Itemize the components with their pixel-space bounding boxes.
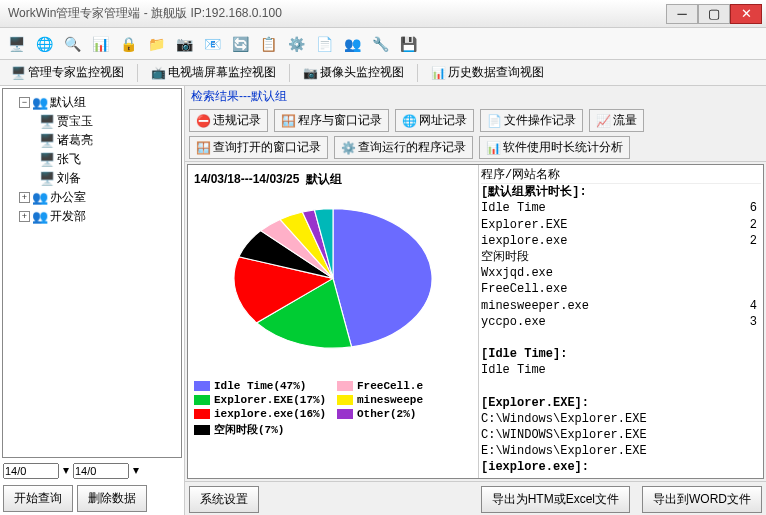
legend-item: Explorer.EXE(17%): [194, 394, 329, 406]
legend-item: [337, 422, 472, 437]
list-item[interactable]: yccpo.exe3: [481, 314, 761, 330]
search-result-label: 检索结果---默认组: [185, 86, 766, 107]
tree-node-default-group[interactable]: −👥默认组: [5, 93, 179, 112]
dropdown-icon[interactable]: ▾: [63, 463, 69, 479]
tb-icon-6[interactable]: 📁: [144, 32, 168, 56]
tb-icon-4[interactable]: 📊: [88, 32, 112, 56]
camera-icon: 📷: [303, 66, 317, 80]
list-item[interactable]: 空闲时段: [481, 249, 761, 265]
viewtab-camera[interactable]: 📷摄像头监控视图: [296, 61, 411, 84]
tb-icon-14[interactable]: 🔧: [368, 32, 392, 56]
tab-violation[interactable]: ⛔违规记录: [189, 109, 268, 132]
subtab-usage[interactable]: 📊软件使用时长统计分析: [479, 136, 630, 159]
list-group-header: [Explorer.EXE]:: [481, 395, 761, 411]
chart-icon: 📊: [486, 141, 500, 155]
subtab-runprog[interactable]: ⚙️查询运行的程序记录: [334, 136, 473, 159]
maximize-button[interactable]: ▢: [698, 4, 730, 24]
tree-node-user-3[interactable]: 🖥️刘备: [5, 169, 179, 188]
list-item[interactable]: FreeCell.exe: [481, 281, 761, 297]
legend-item: Idle Time(47%): [194, 380, 329, 392]
tab-program[interactable]: 🪟程序与窗口记录: [274, 109, 389, 132]
chart-header: 14/03/18---14/03/25 默认组: [192, 169, 474, 190]
list-item[interactable]: Explorer.EXE2: [481, 217, 761, 233]
tb-icon-2[interactable]: 🌐: [32, 32, 56, 56]
list-item[interactable]: E:\Windows\Explorer.EXE: [481, 443, 761, 459]
tb-icon-7[interactable]: 📷: [172, 32, 196, 56]
dropdown-icon[interactable]: ▾: [133, 463, 139, 479]
list-item[interactable]: C:\Windows\Explorer.EXE: [481, 411, 761, 427]
date-from-input[interactable]: [3, 463, 59, 479]
window-title: WorkWin管理专家管理端 - 旗舰版 IP:192.168.0.100: [4, 5, 666, 22]
tb-icon-12[interactable]: 📄: [312, 32, 336, 56]
legend-item: minesweepe: [337, 394, 472, 406]
bottom-buttons: 系统设置 导出为HTM或Excel文件 导出到WORD文件: [185, 481, 766, 515]
export-htm-button[interactable]: 导出为HTM或Excel文件: [481, 486, 630, 513]
record-tabs: ⛔违规记录 🪟程序与窗口记录 🌐网址记录 📄文件操作记录 📈流量: [185, 107, 766, 134]
globe-icon: 🌐: [402, 114, 416, 128]
close-button[interactable]: ✕: [730, 4, 762, 24]
legend-item: Other(2%): [337, 408, 472, 420]
delete-button[interactable]: 删除数据: [77, 485, 147, 512]
view-tabs: 🖥️管理专家监控视图 📺电视墙屏幕监控视图 📷摄像头监控视图 📊历史数据查询视图: [0, 60, 766, 86]
tb-icon-3[interactable]: 🔍: [60, 32, 84, 56]
pie-chart: [218, 194, 448, 374]
legend-item: 空闲时段(7%): [194, 422, 329, 437]
tb-icon-8[interactable]: 📧: [200, 32, 224, 56]
list-item[interactable]: iexplore.exe2: [481, 233, 761, 249]
grid-icon: 📺: [151, 66, 165, 80]
group-tree[interactable]: −👥默认组 🖥️贾宝玉 🖥️诸葛亮 🖥️张飞 🖥️刘备 +👥办公室 +👥开发部: [2, 88, 182, 458]
program-list[interactable]: 程序/网站名称 [默认组累计时长]:Idle Time6Explorer.EXE…: [478, 165, 763, 478]
list-item[interactable]: minesweeper.exe4: [481, 298, 761, 314]
tree-node-dev[interactable]: +👥开发部: [5, 207, 179, 226]
tab-flow[interactable]: 📈流量: [589, 109, 644, 132]
titlebar: WorkWin管理专家管理端 - 旗舰版 IP:192.168.0.100 ─ …: [0, 0, 766, 28]
tree-node-user-2[interactable]: 🖥️张飞: [5, 150, 179, 169]
list-header: 程序/网站名称: [481, 167, 761, 184]
tab-url[interactable]: 🌐网址记录: [395, 109, 474, 132]
list-item[interactable]: C:\WINDOWS\Explorer.EXE: [481, 427, 761, 443]
list-item[interactable]: Wxxjqd.exe: [481, 265, 761, 281]
monitor-icon: 🖥️: [11, 66, 25, 80]
tb-icon-15[interactable]: 💾: [396, 32, 420, 56]
right-panel: 检索结果---默认组 ⛔违规记录 🪟程序与窗口记录 🌐网址记录 📄文件操作记录 …: [185, 86, 766, 515]
group-icon: 👥: [32, 95, 48, 111]
list-item[interactable]: Idle Time6: [481, 200, 761, 216]
group-icon: 👥: [32, 209, 48, 225]
viewtab-history[interactable]: 📊历史数据查询视图: [424, 61, 551, 84]
chart-area: 14/03/18---14/03/25 默认组 Idle Time(47%)Fr…: [188, 165, 478, 478]
pc-icon: 🖥️: [39, 114, 55, 130]
expand-icon[interactable]: +: [19, 211, 30, 222]
list-item[interactable]: Idle Time: [481, 362, 761, 378]
minimize-button[interactable]: ─: [666, 4, 698, 24]
tree-node-office[interactable]: +👥办公室: [5, 188, 179, 207]
viewtab-expert[interactable]: 🖥️管理专家监控视图: [4, 61, 131, 84]
query-button[interactable]: 开始查询: [3, 485, 73, 512]
list-group-header: [iexplore.exe]:: [481, 459, 761, 475]
subtab-openwin[interactable]: 🪟查询打开的窗口记录: [189, 136, 328, 159]
tb-icon-10[interactable]: 📋: [256, 32, 280, 56]
tab-fileop[interactable]: 📄文件操作记录: [480, 109, 583, 132]
tb-icon-11[interactable]: ⚙️: [284, 32, 308, 56]
tb-icon-1[interactable]: 🖥️: [4, 32, 28, 56]
window-icon: 🪟: [281, 114, 295, 128]
expand-icon[interactable]: +: [19, 192, 30, 203]
tree-node-user-0[interactable]: 🖥️贾宝玉: [5, 112, 179, 131]
toolbar: 🖥️ 🌐 🔍 📊 🔒 📁 📷 📧 🔄 📋 ⚙️ 📄 👥 🔧 💾: [0, 28, 766, 60]
pc-icon: 🖥️: [39, 171, 55, 187]
stop-icon: ⛔: [196, 114, 210, 128]
window-icon: 🪟: [196, 141, 210, 155]
gear-icon: ⚙️: [341, 141, 355, 155]
collapse-icon[interactable]: −: [19, 97, 30, 108]
group-icon: 👥: [32, 190, 48, 206]
history-icon: 📊: [431, 66, 445, 80]
tree-node-user-1[interactable]: 🖥️诸葛亮: [5, 131, 179, 150]
viewtab-wall[interactable]: 📺电视墙屏幕监控视图: [144, 61, 283, 84]
system-settings-button[interactable]: 系统设置: [189, 486, 259, 513]
tb-icon-9[interactable]: 🔄: [228, 32, 252, 56]
tb-icon-5[interactable]: 🔒: [116, 32, 140, 56]
list-group-header: [默认组累计时长]:: [481, 184, 761, 200]
tb-icon-13[interactable]: 👥: [340, 32, 364, 56]
date-to-input[interactable]: [73, 463, 129, 479]
chart-legend: Idle Time(47%)FreeCell.eExplorer.EXE(17%…: [192, 378, 474, 439]
export-word-button[interactable]: 导出到WORD文件: [642, 486, 762, 513]
